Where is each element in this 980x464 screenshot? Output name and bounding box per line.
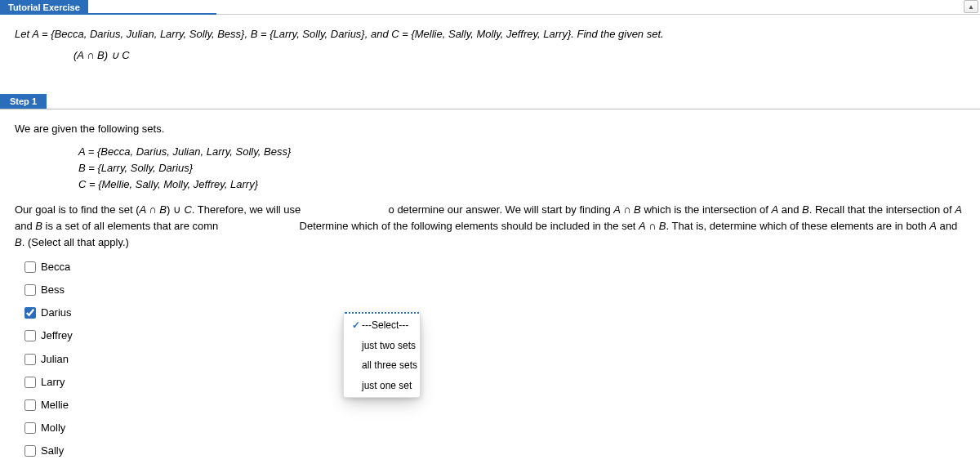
label-becca: Becca: [41, 259, 70, 275]
label-julian: Julian: [41, 351, 69, 368]
t7: . Recall that the intersection of: [809, 203, 955, 216]
label-sally: Sally: [41, 443, 64, 459]
tab-underline: [0, 13, 216, 15]
checkbox-jeffrey[interactable]: [24, 330, 36, 341]
problem-text: Let A = {Becca, Darius, Julian, Larry, S…: [15, 26, 965, 42]
t6: and: [778, 203, 802, 216]
t-anb3: A ∩ B: [639, 220, 666, 232]
dd-label-1: ---Select---: [362, 319, 408, 331]
dd-label-3: all three sets: [362, 359, 417, 371]
t8: and: [15, 220, 35, 232]
set-b-line: B = {Larry, Solly, Darius}: [78, 160, 965, 176]
t12: and: [937, 220, 957, 232]
t11: . That is, determine which of these elem…: [666, 220, 930, 232]
t-anb1: A ∩ B: [139, 203, 166, 216]
problem-expression: (A ∩ B) ∪ C: [15, 47, 965, 64]
select-dropdown[interactable]: ✓---Select--- just two sets all three se…: [343, 312, 421, 398]
set-c-line: C = {Mellie, Sally, Molly, Jeffrey, Larr…: [78, 176, 965, 193]
checkbox-options: Becca Bess Darius Jeffrey Julian Larry: [24, 256, 965, 464]
t-a3: A: [929, 220, 937, 232]
checkbox-molly[interactable]: [24, 422, 36, 434]
label-mellie: Mellie: [41, 397, 69, 413]
problem-line: Let A = {Becca, Darius, Julian, Larry, S…: [15, 28, 664, 40]
label-jeffrey: Jeffrey: [41, 328, 73, 344]
step1-intro: We are given the following sets.: [15, 121, 965, 137]
t10: Determine which of the following element…: [300, 220, 639, 232]
triangle-up-icon: ▲: [968, 3, 974, 11]
option-larry: Larry: [24, 371, 965, 394]
set-a-line: A = {Becca, Darius, Julian, Larry, Solly…: [78, 144, 965, 160]
t2: ) ∪: [167, 203, 185, 216]
checkmark-icon: ✓: [352, 318, 362, 333]
t-b2: B: [35, 220, 42, 232]
t4: o determine our answer. We will start by…: [389, 203, 614, 216]
dropdown-option-two[interactable]: just two sets: [344, 336, 420, 356]
checkbox-larry[interactable]: [24, 377, 36, 388]
dd-label-2: just two sets: [362, 340, 416, 351]
scroll-up-button[interactable]: ▲: [964, 0, 978, 13]
checkbox-becca[interactable]: [24, 261, 36, 273]
option-darius: Darius: [24, 301, 965, 324]
step1-body: We are given the following sets. A = {Be…: [0, 109, 980, 464]
checkbox-darius[interactable]: [24, 307, 36, 319]
option-jeffrey: Jeffrey: [24, 324, 965, 347]
checkbox-mellie[interactable]: [24, 399, 36, 411]
option-julian: Julian: [24, 348, 965, 371]
step-bar: Step 1: [0, 94, 980, 109]
dropdown-option-default[interactable]: ✓---Select---: [344, 315, 420, 336]
label-bess: Bess: [41, 282, 65, 298]
label-molly: Molly: [41, 420, 65, 436]
t-a1: A: [771, 203, 778, 216]
checkbox-bess[interactable]: [24, 284, 36, 296]
step1-paragraph: Our goal is to find the set (A ∩ B) ∪ C.…: [15, 202, 965, 251]
label-darius: Darius: [41, 305, 72, 321]
t9: is a set of all elements that are comn: [42, 220, 218, 232]
option-becca: Becca: [24, 256, 965, 279]
t-b1: B: [802, 203, 809, 216]
checkbox-sally[interactable]: [24, 445, 36, 457]
dropdown-option-one[interactable]: just one set: [344, 376, 420, 396]
t3: . Therefore, we will use: [192, 203, 301, 216]
step1-tab: Step 1: [0, 94, 47, 109]
t-c: C: [184, 203, 191, 216]
problem-statement: Let A = {Becca, Darius, Julian, Larry, S…: [0, 15, 980, 68]
header-bar: Tutorial Exercise ▲: [0, 0, 980, 15]
dd-label-4: just one set: [362, 380, 412, 391]
dropdown-option-three[interactable]: all three sets: [344, 355, 420, 376]
t5: which is the intersection of: [641, 203, 772, 216]
option-bess: Bess: [24, 279, 965, 301]
label-larry: Larry: [41, 374, 65, 390]
sets-block: A = {Becca, Darius, Julian, Larry, Solly…: [15, 144, 965, 193]
t-b3: B: [15, 236, 22, 248]
option-molly: Molly: [24, 417, 965, 439]
t1: Our goal is to find the set (: [15, 203, 139, 216]
t-a2: A: [955, 203, 962, 216]
option-sally: Sally: [24, 439, 965, 462]
checkbox-julian[interactable]: [24, 354, 36, 365]
t-anb2: A ∩ B: [613, 203, 640, 216]
option-mellie: Mellie: [24, 394, 965, 417]
t13: . (Select all that apply.): [22, 236, 129, 248]
